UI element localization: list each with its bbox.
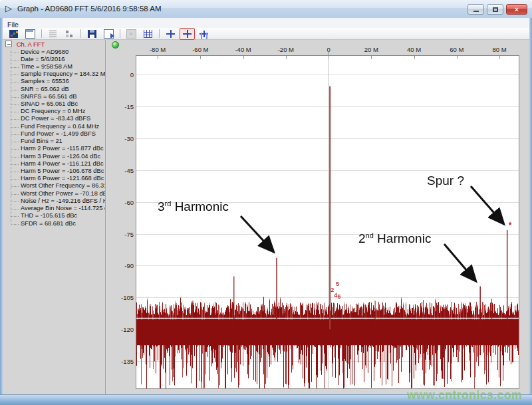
crosshair-x-icon bbox=[200, 30, 208, 38]
tree-item[interactable]: THD = -105.615 dBc bbox=[3, 212, 105, 219]
plot-panel: -80 M-60 M-40 M-20 M020 M40 M60 M80 M 0-… bbox=[107, 40, 529, 394]
form-button[interactable] bbox=[23, 28, 38, 40]
x-tick-label: -40 M bbox=[235, 46, 251, 53]
measurement-tree-panel: Ch. A FFT Device = AD9680Date = 5/6/2016… bbox=[3, 40, 105, 394]
x-tick-label: 60 M bbox=[450, 46, 464, 53]
form-icon bbox=[25, 29, 35, 39]
list-icon bbox=[49, 30, 57, 38]
harmonic-3-label: 3rd Harmonic bbox=[158, 200, 229, 214]
tree-item[interactable]: Harm 5 Power = -106.678 dBc bbox=[3, 168, 105, 175]
tree-item[interactable]: Samples = 65536 bbox=[3, 78, 105, 85]
graph-icon bbox=[9, 30, 18, 38]
tree-item[interactable]: Fund Power = -1.499 dBFS bbox=[3, 130, 105, 138]
y-tick-label: -105 bbox=[112, 294, 134, 301]
toolbar bbox=[3, 28, 529, 40]
spur-label: Spur ? bbox=[427, 174, 464, 188]
tree-item[interactable]: Device = AD9680 bbox=[3, 49, 105, 56]
crosshair-xy-button[interactable] bbox=[180, 28, 195, 40]
tree-item[interactable]: Average Bin Noise = -114.725 dBFS bbox=[3, 205, 105, 212]
y-tick-label: -75 bbox=[112, 231, 134, 238]
harmonic-marker-4: 4 bbox=[334, 293, 337, 299]
harmonic-2-label: 2nd Harmonic bbox=[358, 231, 431, 246]
window-title: Graph - AD9680 FFT 5/6/2016 9:58:58 AM bbox=[17, 5, 162, 13]
y-tick-label: -135 bbox=[112, 358, 134, 365]
x-tick-label: 80 M bbox=[493, 46, 507, 53]
watermark: www.cntronics.com bbox=[407, 388, 522, 402]
harmonic-marker-6: 6 bbox=[338, 294, 341, 300]
tree-item[interactable]: Time = 9:58:58 AM bbox=[3, 63, 105, 70]
tree-item[interactable]: DC Frequency = 0 MHz bbox=[3, 108, 105, 115]
pixel-button bbox=[124, 28, 139, 40]
toolbar-separator bbox=[41, 29, 42, 38]
crosshair-icon bbox=[166, 30, 175, 38]
tree-item[interactable]: Date = 5/6/2016 bbox=[3, 56, 105, 63]
y-tick-label: -15 bbox=[112, 103, 134, 110]
tree-item[interactable]: Worst Other Power = -70.18 dBFS bbox=[3, 190, 105, 198]
window-border-left bbox=[0, 18, 3, 405]
pixel-icon bbox=[126, 29, 136, 39]
tree-item[interactable]: Fund Frequency = 0.64 MHz bbox=[3, 123, 105, 130]
tree-item[interactable]: SINAD = 65.061 dBc bbox=[3, 100, 105, 108]
tree-item[interactable]: Noise / Hz = -149.216 dBFS / Hz bbox=[3, 198, 105, 205]
save-icon bbox=[88, 30, 96, 38]
app-icon: ▷ bbox=[5, 4, 12, 13]
x-tick-label: 40 M bbox=[407, 46, 421, 53]
window-controls: × bbox=[467, 4, 527, 15]
export-button[interactable] bbox=[101, 28, 116, 40]
tree-item[interactable]: SFDR = 68.681 dBc bbox=[3, 220, 105, 227]
client-area: Ch. A FFT Device = AD9680Date = 5/6/2016… bbox=[3, 40, 529, 394]
harmonic-marker-5: 5 bbox=[336, 281, 339, 287]
maximize-button[interactable] bbox=[487, 4, 503, 15]
tree-item[interactable]: Harm 4 Power = -116.121 dBc bbox=[3, 160, 105, 168]
tree-item[interactable]: Fund Bins = 21 bbox=[3, 138, 105, 145]
y-tick-label: -30 bbox=[112, 135, 134, 142]
maximize-icon bbox=[493, 7, 498, 12]
x-tick-label: -80 M bbox=[150, 46, 166, 53]
menu-bar: File bbox=[3, 18, 529, 29]
toolbar-separator bbox=[120, 29, 120, 38]
toolbar-separator bbox=[159, 29, 160, 38]
tree-item[interactable]: Sample Frequency = 184.32 MHz bbox=[3, 70, 105, 78]
tree-root[interactable]: Ch. A FFT bbox=[5, 41, 105, 49]
y-tick-label: -120 bbox=[112, 326, 134, 333]
collapse-icon[interactable] bbox=[5, 41, 12, 47]
export-icon bbox=[104, 29, 114, 39]
y-tick-label: 0 bbox=[112, 71, 134, 78]
list-button[interactable] bbox=[45, 28, 61, 40]
x-tick-label: -60 M bbox=[192, 46, 208, 53]
x-tick-label: -20 M bbox=[278, 46, 294, 53]
minimize-icon bbox=[473, 11, 479, 12]
crosshair-button[interactable] bbox=[163, 28, 178, 40]
tree-item[interactable]: Harm 2 Power = -115.877 dBc bbox=[3, 145, 105, 152]
crosshair-x-button[interactable] bbox=[196, 28, 211, 40]
fft-spectrum-canvas[interactable] bbox=[136, 56, 519, 388]
save-button[interactable] bbox=[84, 28, 100, 40]
grid-button[interactable] bbox=[140, 28, 156, 40]
app-window: ▷ Graph - AD9680 FFT 5/6/2016 9:58:58 AM… bbox=[0, 0, 532, 405]
toolbar-separator bbox=[80, 29, 81, 38]
grid-icon bbox=[144, 30, 152, 38]
close-button[interactable]: × bbox=[506, 4, 527, 15]
x-tick-label: 20 M bbox=[364, 46, 378, 53]
tree-item[interactable]: DC Power = -83.43 dBFS bbox=[3, 115, 105, 122]
crosshair-xy-icon bbox=[183, 30, 192, 38]
tree-view-button[interactable] bbox=[62, 28, 77, 40]
title-bar[interactable]: ▷ Graph - AD9680 FFT 5/6/2016 9:58:58 AM… bbox=[0, 0, 532, 19]
window-border-right bbox=[529, 18, 532, 405]
tree-item[interactable]: SNR = 65.062 dB bbox=[3, 86, 105, 93]
y-tick-label: -45 bbox=[112, 167, 134, 174]
minimize-button[interactable] bbox=[467, 4, 484, 15]
spur-marker-icon: * bbox=[509, 222, 512, 229]
measurement-list: Device = AD9680Date = 5/6/2016Time = 9:5… bbox=[3, 49, 105, 227]
tree-item[interactable]: Worst Other Frequency = 86.31 MHz bbox=[3, 182, 105, 190]
y-tick-label: -90 bbox=[112, 262, 134, 269]
tree-root-label: Ch. A FFT bbox=[17, 41, 45, 48]
tree-view-icon bbox=[65, 30, 74, 38]
tree-item[interactable]: Harm 6 Power = -121.668 dBc bbox=[3, 175, 105, 182]
tree-item[interactable]: Harm 3 Power = -126.04 dBc bbox=[3, 153, 105, 160]
close-icon: × bbox=[515, 6, 519, 13]
status-indicator-icon bbox=[112, 41, 119, 49]
tree-item[interactable]: SNRFS = 66.561 dB bbox=[3, 93, 105, 100]
graph-button[interactable] bbox=[6, 28, 21, 40]
y-tick-label: -60 bbox=[112, 199, 134, 206]
